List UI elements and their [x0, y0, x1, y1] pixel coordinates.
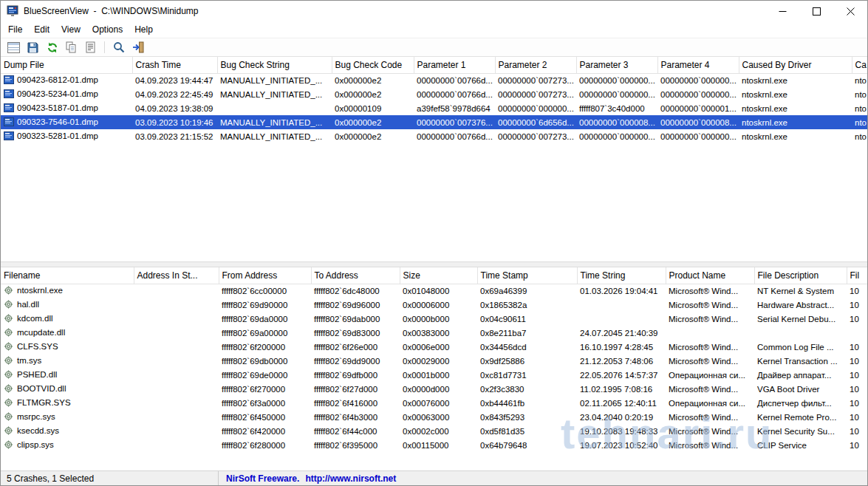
crash-row-cell: 00000000`00766d... [414, 129, 495, 143]
menu-options[interactable]: Options [86, 23, 129, 36]
column-header-parameter-3[interactable]: Parameter 3 [576, 57, 657, 73]
column-header-caused-by-driver[interactable]: Caused By Driver [739, 57, 852, 73]
menu-file[interactable]: File [2, 23, 28, 36]
driver-row-cell: Hardware Abstract... [754, 298, 847, 312]
driver-row[interactable]: ksecdd.sysfffff802`6f420000fffff802`6f44… [1, 424, 867, 438]
crash-row-cell: a39fef58`9978d664 [414, 101, 495, 115]
driver-row-cell [577, 298, 666, 312]
maximize-button[interactable] [799, 1, 833, 21]
driver-row-cell: 10 [847, 438, 867, 452]
crash-row[interactable]: 090323-7546-01.dmp03.09.2023 10:19:46MAN… [1, 115, 867, 129]
close-button[interactable] [833, 1, 867, 21]
driver-file-icon [4, 440, 14, 451]
pane-splitter[interactable] [1, 261, 867, 267]
driver-row-cell: Microsoft® Wind... [666, 382, 754, 396]
column-header-truncated[interactable]: Ca [852, 57, 867, 73]
crash-row-cell: 090423-5187-01.dmp [1, 101, 132, 115]
driver-row[interactable]: clipsp.sysfffff802`6f280000fffff802`6f39… [1, 438, 867, 452]
crash-row[interactable]: 090423-6812-01.dmp04.09.2023 19:44:47MAN… [1, 73, 867, 87]
exit-button[interactable] [129, 40, 146, 55]
driver-row-cell: Диспетчер фильт... [754, 396, 847, 410]
minidump-file-icon [4, 75, 14, 86]
properties-button[interactable] [82, 40, 99, 55]
menu-help[interactable]: Help [129, 23, 159, 36]
driver-row-cell: 10 [847, 298, 867, 312]
column-header-address-in-stack[interactable]: Address In St... [134, 267, 219, 284]
driver-row[interactable]: PSHED.dllfffff802`69de0000fffff802`69dfb… [1, 368, 867, 382]
column-header-from-address[interactable]: From Address [219, 267, 311, 284]
driver-row-cell: fffff802`6cc00000 [219, 284, 311, 298]
driver-row-cell: 0x01048000 [400, 284, 477, 298]
menu-edit[interactable]: Edit [28, 23, 55, 36]
driver-row-cell: Драйвер аппарат... [754, 368, 847, 382]
driver-row-cell: hal.dll [1, 298, 134, 312]
crash-row[interactable]: 090423-5234-01.dmp04.09.2023 22:45:49MAN… [1, 87, 867, 101]
driver-row[interactable]: hal.dllfffff802`69d90000fffff802`69d9600… [1, 298, 867, 312]
driver-row-cell: CLFS.SYS [1, 340, 134, 354]
crash-row-cell [217, 101, 332, 115]
driver-row-cell: mcupdate.dll [1, 326, 134, 340]
driver-row-cell: msrpc.sys [1, 410, 134, 424]
driver-row[interactable]: ntoskrnl.exefffff802`6cc00000fffff802`6d… [1, 284, 867, 298]
crash-row[interactable]: 090323-5281-01.dmp03.09.2023 21:15:52MAN… [1, 129, 867, 143]
driver-row-cell: 10 [847, 410, 867, 424]
driver-file-icon [4, 412, 14, 422]
crash-row-cell: 0x000000e2 [332, 73, 414, 87]
nirsoft-link[interactable]: http://www.nirsoft.net [305, 473, 396, 484]
crash-row-cell: 04.09.2023 19:44:47 [132, 73, 217, 87]
driver-row[interactable]: CLFS.SYSfffff802`6f200000fffff802`6f26e0… [1, 340, 867, 354]
driver-file-icon [4, 342, 14, 352]
crash-row-cell: 0x000000e2 [332, 87, 414, 101]
menu-view[interactable]: View [55, 23, 86, 36]
column-header-parameter-4[interactable]: Parameter 4 [657, 57, 739, 73]
report-mode-button[interactable] [5, 40, 22, 55]
driver-row-cell: Операционная си... [666, 368, 754, 382]
crash-row-cell: 00000000`000000... [657, 129, 739, 143]
driver-row[interactable]: FLTMGR.SYSfffff802`6f3a0000fffff802`6f41… [1, 396, 867, 410]
driver-row-cell: FLTMGR.SYS [1, 396, 134, 410]
find-button[interactable] [110, 40, 127, 55]
column-header-parameter-2[interactable]: Parameter 2 [495, 57, 576, 73]
driver-row-cell: 0xc81d7731 [477, 368, 577, 382]
driver-file-icon [4, 398, 14, 408]
column-header-size[interactable]: Size [400, 267, 477, 284]
column-header-bug-check-code[interactable]: Bug Check Code [332, 57, 414, 73]
column-header-dump-file[interactable]: Dump File [1, 57, 132, 73]
column-header-time-stamp[interactable]: Time Stamp [477, 267, 577, 284]
crash-row-cell: 0x000000e2 [332, 115, 414, 129]
status-freeware-label: NirSoft Freeware. [226, 473, 299, 484]
driver-row-cell: 0x0001b000 [400, 368, 477, 382]
column-header-product-name[interactable]: Product Name [666, 267, 754, 284]
crash-row[interactable]: 090423-5187-01.dmp04.09.2023 19:38:090x0… [1, 101, 867, 115]
column-header-time-string[interactable]: Time String [577, 267, 666, 284]
driver-row-cell: 10 [847, 284, 867, 298]
column-header-parameter-1[interactable]: Parameter 1 [414, 57, 495, 73]
driver-row-cell: fffff802`6f4b3000 [311, 410, 400, 424]
column-header-crash-time[interactable]: Crash Time [132, 57, 217, 73]
driver-row[interactable]: mcupdate.dllfffff802`69a00000fffff802`69… [1, 326, 867, 340]
minidump-file-icon [4, 89, 14, 100]
crash-row-cell: nto [852, 73, 867, 87]
minidump-file-icon [4, 117, 14, 128]
driver-row-cell [754, 326, 847, 340]
driver-row-cell: 0x00383000 [400, 326, 477, 340]
save-icon [27, 42, 38, 53]
column-header-to-address[interactable]: To Address [311, 267, 400, 284]
minimize-button[interactable] [765, 1, 799, 21]
driver-row[interactable]: tm.sysfffff802`69db0000fffff802`69dd9000… [1, 354, 867, 368]
column-header-file-description[interactable]: File Description [754, 267, 847, 284]
driver-row[interactable]: msrpc.sysfffff802`6f450000fffff802`6f4b3… [1, 410, 867, 424]
driver-row-cell: 0x843f5293 [477, 410, 577, 424]
column-header-bug-check-string[interactable]: Bug Check String [217, 57, 332, 73]
copy-button[interactable] [63, 40, 80, 55]
driver-row-cell: fffff802`69d90000 [219, 298, 311, 312]
refresh-button[interactable] [44, 40, 61, 55]
driver-row[interactable]: BOOTVID.dllfffff802`6f270000fffff802`6f2… [1, 382, 867, 396]
column-header-truncated[interactable]: Fil [847, 267, 867, 284]
driver-row[interactable]: kdcom.dllfffff802`69da0000fffff802`69dab… [1, 312, 867, 326]
driver-row-cell: fffff802`6dc48000 [311, 284, 400, 298]
save-button[interactable] [24, 40, 41, 55]
report-mode-icon [7, 42, 20, 53]
crash-row-cell: MANUALLY_INITIATED_... [217, 129, 332, 143]
column-header-filename[interactable]: Filename [1, 267, 134, 284]
